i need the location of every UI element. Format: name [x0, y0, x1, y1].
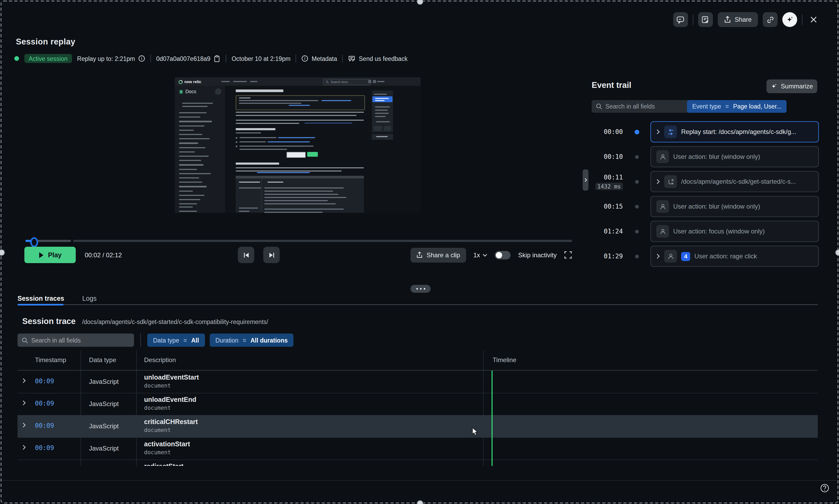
event-type-filter-pill[interactable]: Event type = Page load, User...: [687, 100, 787, 113]
trace-row[interactable]: 00:09 JavaScript unloadEventEnd document: [17, 393, 818, 416]
mini-search-input: Search docs: [323, 79, 371, 85]
sparkle-icon: [771, 83, 778, 90]
meta-divider: [150, 55, 151, 62]
masked-text: [179, 206, 193, 208]
expand-chevron-icon[interactable]: [656, 254, 660, 259]
survey-button[interactable]: [698, 12, 713, 27]
play-icon: [38, 252, 44, 258]
data-type-filter-pill[interactable]: Data type = All: [147, 334, 205, 347]
play-button[interactable]: Play: [24, 247, 76, 263]
masked-text: [384, 126, 391, 131]
metadata-button[interactable]: Metadata: [302, 55, 337, 62]
event-label: User action: rage click: [694, 253, 757, 260]
comment-button[interactable]: [673, 12, 688, 27]
feedback-button[interactable]: Send us feedback: [348, 55, 408, 62]
clipboard-icon[interactable]: [213, 55, 220, 62]
masked-text: [179, 168, 197, 170]
row-detail: document: [144, 449, 171, 455]
active-tab-underline: [17, 304, 64, 305]
ai-assistant-button[interactable]: [782, 12, 797, 27]
expand-chevron-icon[interactable]: [656, 129, 660, 134]
scrubber-handle[interactable]: [30, 237, 38, 247]
event-search-input[interactable]: Search in all fields: [592, 100, 691, 113]
event-time: 00:15: [592, 203, 623, 210]
trace-row[interactable]: 00:09 JavaScript unloadEventStart docume…: [17, 371, 818, 393]
playback-speed-select[interactable]: 1x: [473, 251, 487, 258]
event-trail-collapse-handle[interactable]: [583, 169, 588, 191]
event-row: 01:24 User action: focus (window only): [592, 221, 819, 242]
event-marker-dot: [635, 254, 639, 258]
row-data-type: JavaScript: [89, 400, 119, 408]
summarize-button[interactable]: Summarize: [766, 79, 817, 93]
event-card-page-view[interactable]: /docs/apm/agents/c-sdk/get-started/c-s..…: [650, 171, 819, 192]
meta-divider: [296, 55, 296, 62]
event-card-user-focus[interactable]: User action: focus (window only): [650, 221, 819, 242]
info-icon[interactable]: [138, 55, 145, 62]
expand-chevron-icon[interactable]: [22, 445, 26, 450]
resize-handle-left[interactable]: [0, 249, 5, 256]
resize-handle-top[interactable]: [417, 0, 423, 5]
table-header: Timestamp Data type Description Timeline: [17, 350, 818, 371]
masked-text: [179, 199, 200, 200]
help-button[interactable]: [820, 483, 829, 493]
event-card-rage-click[interactable]: 4 User action: rage click: [650, 246, 819, 267]
event-card-user-blur[interactable]: User action: blur (window only): [650, 196, 819, 217]
replay-viewport[interactable]: new relic Search docs Docs: [175, 77, 421, 213]
skip-forward-button[interactable]: [263, 247, 280, 263]
row-data-type: JavaScript: [89, 422, 119, 430]
masked-text: [179, 186, 207, 187]
masked-text: [179, 125, 204, 126]
share-button[interactable]: Share: [718, 12, 758, 27]
masked-text: [239, 100, 318, 101]
skip-forward-icon: [268, 252, 275, 258]
masked-text: [239, 137, 276, 138]
masked-text: [179, 203, 197, 204]
masked-text: [236, 137, 237, 139]
mini-sidebar: Docs: [175, 86, 225, 213]
expand-chevron-icon[interactable]: [22, 422, 26, 428]
resize-handle-right[interactable]: [835, 249, 839, 256]
panel-resize-handle[interactable]: [410, 285, 431, 293]
row-description: redirectStart: [144, 463, 183, 466]
masked-text: [368, 80, 371, 83]
share-a-clip-button[interactable]: Share a clip: [410, 248, 466, 262]
timeline-scrubber[interactable]: [25, 240, 572, 242]
survey-edit-icon: [701, 16, 710, 23]
skip-inactivity-toggle[interactable]: [495, 251, 511, 259]
page-navigation-icon: [664, 175, 677, 188]
fullscreen-button[interactable]: [564, 251, 572, 259]
masked-text: [376, 136, 388, 137]
trace-row[interactable]: 00:09 JavaScript activationStart documen…: [17, 437, 818, 460]
masked-text: [179, 130, 194, 131]
tab-session-traces[interactable]: Session traces: [17, 295, 64, 302]
masked-text: [179, 177, 199, 178]
event-card-user-blur[interactable]: User action: blur (window only): [650, 146, 819, 167]
masked-text: [239, 149, 287, 150]
meta-divider: [226, 55, 226, 62]
session-replay-app: Share Session replay Active session Repl…: [0, 0, 839, 504]
trace-row-hovered[interactable]: 00:09 JavaScript criticalCHRestart docum…: [17, 415, 818, 438]
toolbar-divider: [802, 14, 802, 25]
masked-text: [179, 164, 203, 165]
tab-logs[interactable]: Logs: [82, 295, 97, 302]
trace-row-clipped[interactable]: redirectStart: [17, 460, 818, 466]
masked-text: [264, 187, 344, 188]
resize-handle-bottom[interactable]: [417, 500, 423, 504]
duration-filter-pill[interactable]: Duration = All durations: [210, 334, 293, 347]
copy-link-button[interactable]: [763, 12, 778, 27]
event-card-replay-start[interactable]: Replay start: /docs/apm/agents/c-sdk/g..…: [650, 121, 819, 142]
masked-text: [239, 182, 260, 183]
expand-chevron-icon[interactable]: [22, 378, 26, 383]
expand-chevron-icon[interactable]: [22, 400, 26, 406]
expand-chevron-icon[interactable]: [656, 179, 660, 184]
close-icon: [809, 15, 818, 24]
event-row: 00:11 1432 ms /docs/apm/agents/c-sdk/get…: [592, 171, 819, 192]
search-icon: [596, 103, 602, 110]
trace-search-input[interactable]: Search in all fields: [17, 334, 134, 347]
mini-content: [225, 86, 421, 213]
close-button[interactable]: [807, 13, 820, 26]
masked-text: [239, 97, 251, 98]
masked-text: [236, 163, 279, 165]
event-row: 00:00 Replay start: /docs/apm/agents/c-s…: [592, 121, 819, 142]
skip-back-button[interactable]: [238, 247, 254, 263]
